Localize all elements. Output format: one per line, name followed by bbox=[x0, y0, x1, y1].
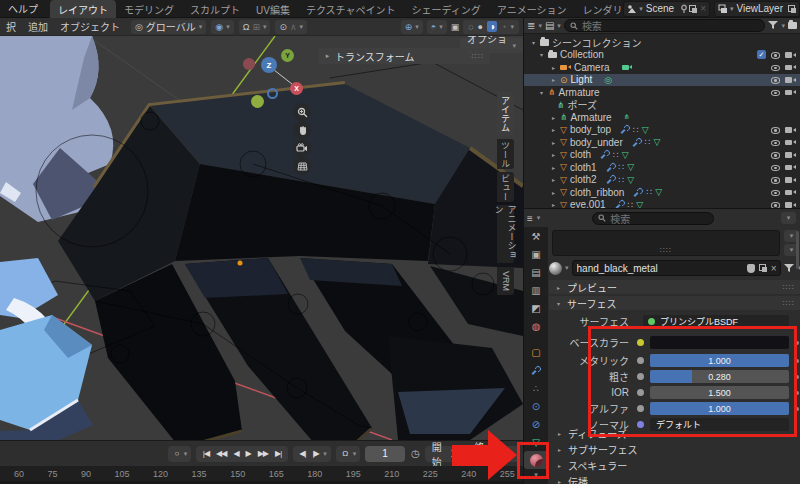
tab-sculpting[interactable]: スカルプト bbox=[182, 0, 248, 18]
sidebar-tab-animation[interactable]: アニメーション bbox=[497, 205, 514, 263]
play-button[interactable]: ▶ bbox=[243, 449, 253, 458]
subsurface-panel-header[interactable]: ▸ サブサーフェス bbox=[549, 442, 800, 456]
tab-particles-icon[interactable]: ∴ bbox=[524, 379, 548, 397]
scene-selector[interactable]: ▾ Scene × bbox=[623, 1, 710, 17]
render-visibility-icon[interactable] bbox=[785, 151, 796, 158]
unlink-material-icon[interactable]: × bbox=[771, 263, 777, 274]
tree-row-body-top[interactable]: ▸ ▽ body_top ∷▽ bbox=[524, 124, 800, 137]
expand-icon[interactable]: ▸ bbox=[550, 164, 557, 171]
outliner-editor-icon[interactable]: ≣ bbox=[527, 20, 535, 31]
snap-frame-controls[interactable]: Ω ▾ bbox=[336, 446, 361, 462]
shading-solid-icon[interactable]: ● bbox=[478, 22, 483, 32]
zoom-button[interactable] bbox=[293, 103, 311, 121]
expand-icon[interactable]: ▸ bbox=[550, 139, 557, 146]
scrollbar[interactable] bbox=[796, 231, 799, 269]
material-slot-list[interactable]: ∷∷ bbox=[552, 230, 780, 256]
tab-shading[interactable]: シェーディング bbox=[404, 0, 489, 18]
eye-icon[interactable] bbox=[771, 163, 780, 171]
eye-icon[interactable] bbox=[771, 63, 780, 71]
transform-orientation-dropdown[interactable]: ◎ グローバル ▾ bbox=[131, 20, 206, 34]
gizmo-toggle[interactable]: ⊕ ▾ bbox=[401, 20, 423, 34]
tab-scene-icon[interactable]: ◩ bbox=[524, 299, 548, 317]
node-filter-icon[interactable] bbox=[784, 264, 794, 273]
expand-icon[interactable]: ▸ bbox=[550, 189, 557, 196]
snap-controls[interactable]: Ω ⊞ ▾ bbox=[239, 20, 271, 34]
tab-output-icon[interactable]: ▤ bbox=[524, 263, 548, 281]
sidebar-tab-vrm[interactable]: VRM bbox=[497, 267, 514, 295]
tab-modifiers-icon[interactable] bbox=[524, 361, 548, 379]
eye-icon[interactable] bbox=[771, 176, 780, 184]
gizmo-axis-x[interactable]: X bbox=[290, 82, 303, 95]
properties-search-input[interactable]: 検索 bbox=[592, 212, 714, 225]
menu-object[interactable]: オブジェクト bbox=[54, 19, 126, 34]
filter-icon[interactable] bbox=[768, 21, 778, 30]
tab-render-icon[interactable]: ▣ bbox=[524, 245, 548, 263]
expand-icon[interactable]: ▸ bbox=[550, 176, 557, 183]
render-visibility-icon[interactable] bbox=[785, 164, 796, 171]
tab-tool-icon[interactable]: ⚒ bbox=[524, 227, 548, 245]
render-visibility-icon[interactable] bbox=[785, 64, 796, 71]
tab-world-icon[interactable]: ◍ bbox=[524, 317, 548, 335]
new-collection-icon[interactable] bbox=[788, 22, 797, 29]
render-visibility-icon[interactable] bbox=[785, 176, 796, 183]
menu-add[interactable]: 追加 bbox=[22, 19, 54, 34]
expand-icon[interactable]: ▸ bbox=[550, 76, 557, 83]
properties-editor-icon[interactable]: ≡ bbox=[527, 213, 533, 224]
next-frame-button[interactable]: |▶ bbox=[310, 449, 321, 458]
perspective-toggle-button[interactable] bbox=[293, 157, 311, 175]
jump-to-end-button[interactable]: ▶| bbox=[273, 449, 284, 458]
eye-icon[interactable] bbox=[771, 76, 780, 84]
sidebar-tab-tool[interactable]: ツール bbox=[497, 139, 514, 169]
tree-row-light[interactable]: ▸ ⊙ Light ◎ bbox=[524, 74, 800, 87]
expand-icon[interactable]: ▸ bbox=[550, 126, 557, 133]
gizmo-axis-neg-z[interactable] bbox=[267, 88, 278, 99]
material-name-field[interactable]: hand_black_metal × bbox=[572, 260, 782, 276]
shading-rendered-icon[interactable]: ◔ bbox=[501, 22, 506, 32]
eye-icon[interactable] bbox=[771, 51, 780, 59]
tree-row-body-under[interactable]: ▸ ▽ body_under ∷▽ bbox=[524, 136, 800, 149]
gizmo-axis-neg-y[interactable] bbox=[251, 95, 264, 108]
camera-view-button[interactable] bbox=[293, 139, 311, 157]
specular-panel-header[interactable]: ▸ スペキュラー bbox=[549, 458, 800, 472]
menu-select[interactable]: 択 bbox=[0, 19, 22, 34]
material-preview-icon[interactable] bbox=[549, 262, 562, 275]
next-keyframe-button[interactable]: ▶▶ bbox=[255, 449, 270, 458]
expand-icon[interactable]: ▸ bbox=[550, 114, 557, 121]
resize-grip-icon[interactable]: ∷∷ bbox=[660, 246, 672, 255]
preview-panel-header[interactable]: ▸ プレビュー ∷∷ bbox=[549, 280, 800, 294]
sidebar-tab-view[interactable]: ビュー bbox=[497, 172, 514, 202]
tree-row-cloth2[interactable]: ▸ ▽ cloth2 ∷▽ bbox=[524, 174, 800, 187]
tab-physics-icon[interactable]: ⊙ bbox=[524, 397, 548, 415]
shading-wireframe-icon[interactable]: ◌ bbox=[468, 22, 473, 32]
eye-icon[interactable] bbox=[771, 188, 780, 196]
render-visibility-icon[interactable] bbox=[785, 51, 796, 58]
expand-icon[interactable]: ▸ bbox=[550, 64, 557, 71]
tab-modeling[interactable]: モデリング bbox=[116, 0, 182, 18]
render-visibility-icon[interactable] bbox=[785, 189, 796, 196]
eye-icon[interactable] bbox=[771, 126, 780, 134]
proportional-edit-controls[interactable]: ⊙ ∧ ▾ bbox=[275, 20, 307, 34]
expand-icon[interactable]: ▾ bbox=[538, 51, 545, 58]
viewport-canvas[interactable]: オプション ▾ ▸ トランスフォーム ∷∷ アイテム ツール ビュー アニメーシ… bbox=[0, 36, 523, 440]
gizmo-axis-y[interactable]: Y bbox=[281, 49, 294, 62]
eye-icon[interactable] bbox=[771, 88, 780, 96]
gizmo-axis-z[interactable]: Z bbox=[261, 57, 277, 73]
tree-row-armature[interactable]: ▾ ⋔ Armature bbox=[524, 86, 800, 99]
tab-texture-paint[interactable]: テクスチャペイント bbox=[298, 0, 404, 18]
new-scene-icon[interactable] bbox=[689, 5, 697, 13]
expand-icon[interactable]: ▸ bbox=[550, 151, 557, 158]
tree-row-collection[interactable]: ▾ Collection ✓ bbox=[524, 49, 800, 62]
tree-row-pose[interactable]: ⋔ ポーズ bbox=[524, 99, 800, 112]
expand-icon[interactable]: ▾ bbox=[530, 39, 537, 46]
eye-icon[interactable] bbox=[771, 138, 780, 146]
gizmo-axis-neg-x[interactable] bbox=[243, 58, 255, 70]
transform-panel-header[interactable]: ▸ トランスフォーム ∷∷ bbox=[318, 48, 490, 64]
display-mode-icon[interactable]: ▤ bbox=[545, 20, 554, 31]
tab-animation[interactable]: アニメーション bbox=[489, 0, 575, 18]
tab-constraints-icon[interactable]: ⊘ bbox=[524, 415, 548, 433]
render-visibility-icon[interactable] bbox=[785, 139, 796, 146]
tree-row-cloth1[interactable]: ▸ ▽ cloth1 ∷▽ bbox=[524, 161, 800, 174]
eye-icon[interactable] bbox=[771, 151, 780, 159]
current-frame-field[interactable]: 1 bbox=[365, 446, 405, 462]
timeline-ruler[interactable]: 60 75 90 105 120 135 150 165 180 195 210… bbox=[0, 466, 523, 481]
